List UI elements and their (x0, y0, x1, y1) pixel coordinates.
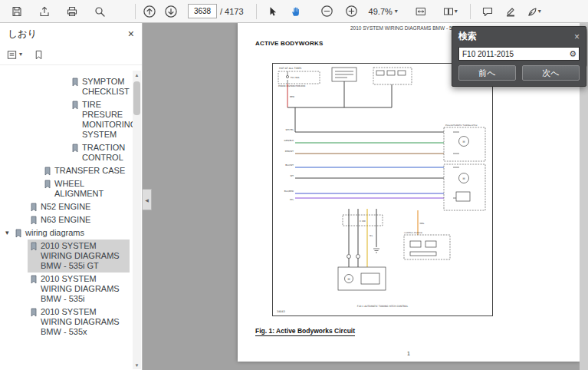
scroll-down-icon[interactable]: ▼ (133, 361, 141, 369)
bookmark-label: N52 ENGINE (41, 202, 90, 212)
bookmark-item[interactable]: SYMPTOM CHECKLIST (69, 75, 130, 98)
hand-icon (289, 5, 301, 18)
collapse-left-icon: ◀ (145, 197, 149, 203)
search-buttons-row: 前へ 次へ (452, 61, 586, 86)
fit-width-button[interactable] (412, 2, 430, 21)
zoom-level-dropdown[interactable]: 49.7% ▾ (366, 2, 401, 21)
bookmark-item[interactable]: N52 ENGINE (28, 200, 130, 213)
zoom-out-button[interactable] (318, 2, 337, 21)
find-current-bookmark-button[interactable] (33, 49, 44, 61)
page-display-mode-button[interactable]: ▾ (441, 2, 459, 21)
search-settings-gear-icon[interactable]: ⚙ (567, 50, 579, 58)
chevron-down-icon: ▾ (538, 8, 541, 15)
zoom-in-button[interactable] (343, 2, 361, 21)
toolbar-separator (135, 4, 136, 19)
bookmarks-panel: しおり × ▾ SYMPTOM CHECKLIST TIRE PRESURE M… (0, 23, 143, 370)
share-button[interactable] (35, 2, 54, 21)
chevron-expanded-icon[interactable]: ▾ (5, 228, 14, 238)
hand-tool-button[interactable] (286, 2, 304, 21)
search-next-button[interactable]: 次へ (522, 65, 580, 81)
chevron-down-icon: ▾ (19, 51, 22, 58)
bookmark-icon (29, 308, 39, 317)
comment-button[interactable] (478, 2, 497, 21)
svg-text:M: M (347, 278, 350, 281)
locate-bookmark-icon (33, 49, 44, 61)
svg-text:F10 1 AUTOMATIC TOWING HITCH C: F10 1 AUTOMATIC TOWING HITCH CONTROL (357, 305, 409, 308)
bookmark-item-selected[interactable]: 2010 SYSTEM WIRING DIAGRAMS BMW - 535i G… (28, 240, 130, 273)
fill-sign-button[interactable]: ▾ (524, 2, 543, 21)
highlighter-icon (504, 5, 517, 18)
svg-text:BLU/RED: BLU/RED (284, 190, 294, 193)
bookmark-item[interactable]: TRACTION CONTROL (69, 141, 130, 164)
bookmark-item[interactable]: TRANSFER CASE (41, 164, 130, 177)
scroll-up-icon[interactable]: ▲ (133, 71, 141, 79)
close-icon[interactable]: × (128, 28, 134, 39)
svg-text:M: M (462, 177, 465, 180)
bookmark-icon (14, 229, 24, 238)
bookmark-item[interactable]: WHEEL ALIGNMENT (41, 177, 130, 200)
bookmark-label: wiring diagrams (25, 228, 84, 238)
bookmark-label: 2010 SYSTEM WIRING DIAGRAMS BMW - 535x (41, 307, 126, 337)
highlight-button[interactable] (501, 2, 520, 21)
svg-text:PULL/AUTOMATIC TOWING HITCH: PULL/AUTOMATIC TOWING HITCH (445, 124, 478, 127)
arrow-up-circle-icon (143, 5, 156, 18)
search-input-row: ⚙ (458, 47, 580, 61)
svg-text:38043: 38043 (277, 310, 285, 313)
comment-bubble-icon (481, 5, 494, 18)
bookmark-icon (71, 78, 80, 87)
bookmark-icon (29, 203, 39, 212)
search-previous-button[interactable]: 前へ (458, 65, 516, 81)
sidebar-scrollbar[interactable]: ▲ ▼ (133, 71, 141, 369)
bookmark-label: SYMPTOM CHECKLIST (82, 77, 130, 97)
bookmark-icon (29, 216, 39, 225)
search-button[interactable] (90, 2, 109, 21)
two-page-view-icon (442, 5, 455, 18)
bookmark-label: 2010 SYSTEM WIRING DIAGRAMS BMW - 535i G… (41, 241, 126, 271)
sidebar-collapse-handle[interactable]: ◀ (143, 189, 152, 210)
bookmarks-panel-header: しおり × (0, 23, 142, 45)
search-popup-title: 検索 (458, 30, 477, 43)
bookmark-icon (29, 242, 39, 251)
wiring-diagram: HOT AT ALL TIMES F01 30A POWER DISTRIBUT… (272, 63, 493, 316)
next-page-button[interactable] (162, 2, 180, 21)
page-number-input[interactable] (188, 4, 217, 18)
bookmark-label: TIRE PRESURE MONITORING SYSTEM (82, 100, 133, 140)
options-panel-icon (6, 49, 18, 61)
print-button[interactable] (63, 2, 81, 21)
search-popup-header: 検索 × (452, 27, 586, 45)
svg-text:PPL: PPL (290, 198, 294, 201)
svg-text:ORG: ORG (420, 223, 425, 225)
bookmark-icon (29, 275, 39, 284)
search-query-input[interactable] (459, 48, 567, 59)
search-popup: 検索 × ⚙ 前へ 次へ (452, 26, 586, 87)
close-icon[interactable]: × (574, 32, 580, 41)
sidebar-scrollbar-thumb[interactable] (133, 81, 140, 115)
bookmark-item[interactable]: N63 ENGINE (28, 213, 130, 226)
chevron-down-icon: ▾ (455, 8, 458, 15)
bookmark-options-button[interactable]: ▾ (6, 49, 22, 61)
save-button[interactable] (8, 2, 26, 21)
bookmark-item[interactable]: TIRE PRESURE MONITORING SYSTEM (69, 98, 130, 141)
svg-text:WT/YEL: WT/YEL (286, 128, 294, 131)
svg-text:BLU/WT: BLU/WT (285, 164, 294, 167)
figure-caption: Fig. 1: Active Bodyworks Circuit (255, 327, 355, 336)
svg-text:E 300: E 300 (360, 220, 366, 223)
section-title: ACTIVE BODYWORKS (255, 40, 324, 47)
previous-page-button[interactable] (140, 2, 159, 21)
bookmark-item[interactable]: 2010 SYSTEM WIRING DIAGRAMS BMW - 535i (28, 273, 130, 306)
svg-text:RED/WT: RED/WT (285, 150, 294, 153)
svg-text:POWER DISTRIBUTION BOX: POWER DISTRIBUTION BOX (278, 85, 305, 88)
bookmark-item[interactable]: 2010 SYSTEM WIRING DIAGRAMS BMW - 535x (28, 306, 130, 339)
select-tool-button[interactable] (263, 2, 281, 21)
page-total-label: / 4173 (220, 7, 244, 16)
bookmarks-list: SYMPTOM CHECKLIST TIRE PRESURE MONITORIN… (0, 71, 133, 370)
bookmark-label: 2010 SYSTEM WIRING DIAGRAMS BMW - 535i (41, 274, 126, 304)
top-toolbar: / 4173 49.7% ▾ ▾ (0, 0, 588, 23)
share-icon (38, 5, 51, 18)
bookmark-label: WHEEL ALIGNMENT (54, 179, 126, 199)
save-icon (11, 5, 23, 18)
svg-text:YEL: YEL (370, 235, 373, 237)
bookmark-icon (71, 144, 80, 153)
bookmark-item-expandable[interactable]: ▾ wiring diagrams (4, 226, 130, 240)
svg-text:GRN/BLK: GRN/BLK (284, 139, 294, 142)
